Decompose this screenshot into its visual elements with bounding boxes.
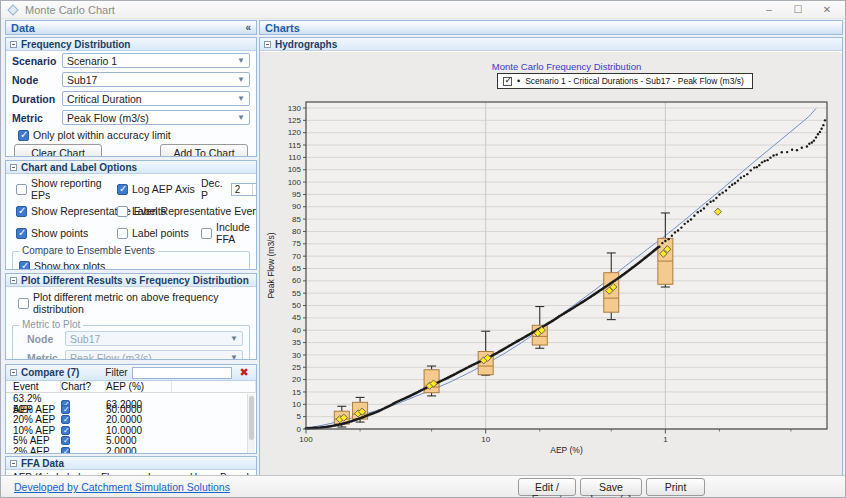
clear-filter-icon[interactable]: ✖ — [240, 366, 249, 379]
app-icon — [7, 4, 18, 15]
chart-label-options-header[interactable]: Chart and Label Options — [6, 161, 256, 174]
plot-different-results-header[interactable]: Plot Different Results vs Frequency Dist… — [6, 274, 256, 287]
duration-select[interactable]: Critical Duration ▼ — [62, 91, 250, 106]
svg-text:100: 100 — [288, 178, 302, 187]
minimize-button[interactable]: – — [763, 4, 775, 15]
label-points-checkbox[interactable] — [117, 228, 128, 239]
frequency-distribution-section: Frequency Distribution Scenario Scenario… — [5, 37, 257, 157]
svg-text:30: 30 — [292, 351, 301, 360]
filter-label: Filter — [105, 367, 127, 378]
table-row[interactable]: 63.2% AEP 63.2000 — [6, 393, 256, 404]
collapse-section-icon[interactable] — [10, 41, 17, 48]
compare-section: Compare (7) Filter ✖ Event Chart? AEP (%… — [5, 364, 257, 454]
add-to-chart-button[interactable]: Add To Chart — [160, 144, 248, 157]
window-title: Monte Carlo Chart — [25, 4, 763, 16]
chart-label-options-section: Chart and Label Options Show reporting E… — [5, 160, 257, 270]
table-row[interactable]: 5% AEP 5.0000 — [6, 435, 256, 446]
table-scrollbar[interactable] — [247, 394, 255, 454]
close-button[interactable]: ✕ — [821, 4, 833, 15]
dec-p-spinner[interactable]: 2 ▲▼ — [231, 183, 257, 196]
save-images-button[interactable]: Save Image(s) ⌄ — [580, 478, 642, 496]
node-select[interactable]: Sub17 ▼ — [62, 72, 250, 87]
svg-text:85: 85 — [292, 215, 301, 224]
table-row[interactable]: 2% AEP 2.0000 — [6, 446, 256, 455]
metric-select[interactable]: Peak Flow (m3/s) ▼ — [62, 110, 250, 125]
collapse-section-icon[interactable] — [10, 460, 17, 467]
spinner-arrows-icon[interactable]: ▲▼ — [252, 184, 257, 195]
hydrographs-header[interactable]: Hydrographs — [260, 38, 842, 51]
frequency-distribution-header[interactable]: Frequency Distribution — [6, 38, 256, 51]
chevron-down-icon: ▼ — [237, 114, 245, 122]
chevron-down-icon: ▼ — [237, 57, 245, 65]
svg-text:80: 80 — [292, 227, 301, 236]
svg-text:1: 1 — [663, 435, 668, 444]
collapse-section-icon[interactable] — [10, 277, 17, 284]
chart-checkbox[interactable] — [61, 436, 70, 445]
print-button[interactable]: Print — [646, 478, 705, 496]
charts-panel-header: Charts — [259, 20, 843, 35]
ffa-data-section: FFA Data AEP (1 in X) Label Flow (m3/s) … — [5, 456, 257, 476]
table-row[interactable]: 50% AEP 50.0000 — [6, 404, 256, 415]
chart-checkbox[interactable] — [61, 447, 70, 455]
svg-text:Peak Flow (m3/s): Peak Flow (m3/s) — [266, 232, 276, 298]
chart-canvas: Monte Carlo Frequency Distribution • Sce… — [260, 51, 842, 475]
svg-text:65: 65 — [292, 264, 301, 273]
legend-series-label: Scenario 1 - Critical Durations - Sub17 … — [525, 76, 744, 86]
collapse-section-icon[interactable] — [264, 41, 271, 48]
frequency-distribution-plot: 0510152025303540455055606570758085909510… — [260, 52, 843, 476]
edit-export-button[interactable]: Edit / Export — [518, 478, 576, 496]
collapse-section-icon[interactable] — [10, 369, 17, 376]
chart-checkbox[interactable] — [61, 426, 70, 435]
svg-text:90: 90 — [292, 202, 301, 211]
compare-header: Compare (7) Filter ✖ — [6, 365, 256, 381]
collapse-data-panel-button[interactable]: « — [245, 22, 251, 33]
chart-legend[interactable]: • Scenario 1 - Critical Durations - Sub1… — [497, 73, 753, 89]
log-aep-axis-checkbox[interactable] — [117, 184, 128, 195]
filter-input[interactable] — [132, 367, 232, 379]
charts-panel-title: Charts — [265, 22, 300, 34]
svg-text:110: 110 — [288, 153, 301, 162]
svg-text:25: 25 — [292, 363, 301, 372]
svg-text:75: 75 — [292, 239, 301, 248]
data-panel: Data « Frequency Distribution Scenario S… — [5, 20, 257, 475]
compare-table-header: Event Chart? AEP (%) — [6, 381, 256, 393]
label-representative-events-checkbox[interactable] — [117, 206, 128, 217]
ffa-data-header[interactable]: FFA Data — [6, 457, 256, 470]
svg-text:100: 100 — [299, 435, 313, 444]
svg-text:95: 95 — [292, 190, 301, 199]
table-row[interactable]: 10% AEP 10.0000 — [6, 425, 256, 436]
show-points-checkbox[interactable] — [16, 228, 27, 239]
plot-different-metric-checkbox[interactable] — [18, 298, 29, 309]
show-representative-events-checkbox[interactable] — [16, 206, 27, 217]
legend-marker-icon: • — [517, 76, 520, 86]
compare-table: Event Chart? AEP (%) 63.2% AEP 63.2000 5… — [6, 381, 256, 454]
chevron-down-icon: ▼ — [230, 335, 238, 343]
dec-p-label: Dec. P — [201, 177, 228, 201]
maximize-button[interactable]: ☐ — [792, 4, 804, 15]
data-panel-header: Data « — [5, 20, 257, 35]
svg-text:115: 115 — [288, 141, 301, 150]
legend-checkbox[interactable] — [503, 77, 512, 86]
developer-link[interactable]: Developed by Catchment Simulation Soluti… — [14, 481, 230, 493]
table-row[interactable]: 20% AEP 20.0000 — [6, 414, 256, 425]
clear-chart-button[interactable]: Clear Chart — [14, 144, 102, 157]
chart-checkbox[interactable] — [61, 405, 70, 414]
accuracy-limit-checkbox[interactable] — [18, 130, 29, 141]
charts-panel: Charts Hydrographs Monte Carlo Frequency… — [259, 20, 843, 475]
status-bar: Developed by Catchment Simulation Soluti… — [1, 475, 845, 498]
duration-label: Duration — [12, 93, 62, 105]
chart-checkbox[interactable] — [61, 415, 70, 424]
metric-to-plot-group: Metric to Plot Node Sub17 ▼ Metric Peak … — [12, 325, 250, 360]
scenario-select[interactable]: Scenario 1 ▼ — [62, 53, 250, 68]
include-ffa-checkbox[interactable] — [201, 228, 212, 239]
svg-text:5: 5 — [297, 412, 302, 421]
show-box-plots-checkbox[interactable] — [19, 261, 30, 271]
chevron-down-icon: ▼ — [237, 76, 245, 84]
svg-text:10: 10 — [481, 435, 490, 444]
collapse-section-icon[interactable] — [10, 164, 17, 171]
show-reporting-eps-checkbox[interactable] — [16, 184, 27, 195]
svg-text:45: 45 — [292, 313, 301, 322]
svg-text:10: 10 — [292, 400, 301, 409]
metric-label: Metric — [19, 352, 65, 361]
different-metric-select: Peak Flow (m3/s) ▼ — [65, 350, 243, 360]
